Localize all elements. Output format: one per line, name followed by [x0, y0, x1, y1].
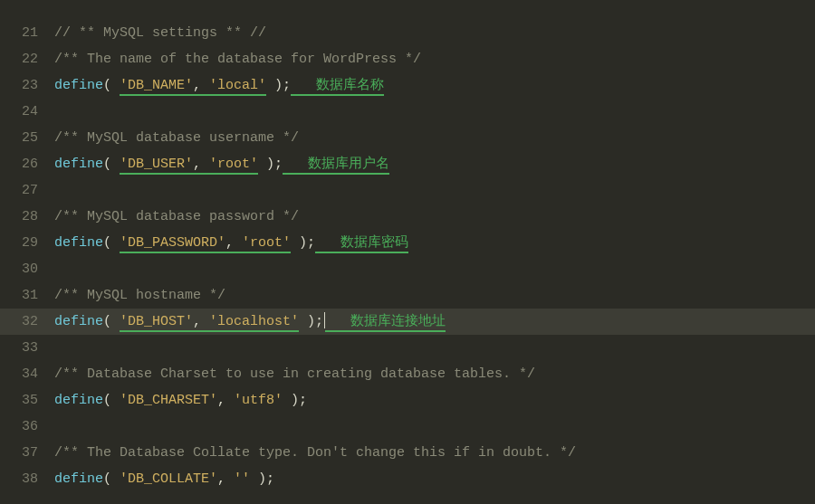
paren: ): [250, 471, 266, 487]
semicolon: ;: [274, 157, 283, 172]
paren: ): [299, 314, 315, 329]
db-host-value: 'localhost': [209, 314, 299, 329]
code-line: 26 define( 'DB_USER', 'root' );数据库用户名: [0, 151, 815, 177]
line-number: 32: [0, 314, 54, 329]
comment: // ** MySQL settings ** //: [54, 25, 266, 41]
code-editor[interactable]: 21 // ** MySQL settings ** // 22 /** The…: [0, 0, 815, 492]
line-number: 31: [0, 288, 54, 303]
annotation-db-host: 数据库连接地址: [325, 312, 446, 332]
paren: ): [291, 235, 307, 251]
db-user-key: 'DB_USER': [120, 157, 193, 172]
comma: ,: [193, 157, 209, 172]
code-line: 33: [0, 335, 815, 361]
db-collate-value: '': [234, 471, 250, 487]
db-host-key: 'DB_HOST': [120, 314, 193, 329]
line-number: 33: [0, 340, 54, 356]
line-number: 26: [0, 157, 54, 172]
annotation-db-name: 数据库名称: [291, 76, 384, 96]
line-number: 23: [0, 78, 54, 93]
code-line: 37 /** The Database Collate type. Don't …: [0, 440, 815, 466]
line-number: 29: [0, 235, 54, 251]
define-func: define: [54, 235, 103, 251]
paren: (: [103, 78, 120, 93]
semicolon: ;: [283, 78, 291, 93]
paren: (: [103, 471, 120, 487]
define-func: define: [54, 471, 103, 487]
comma: ,: [193, 314, 209, 329]
db-charset-value: 'utf8': [234, 393, 283, 408]
paren: ): [258, 157, 274, 172]
db-collate-key: 'DB_COLLATE': [120, 471, 217, 487]
comment: /** MySQL database username */: [54, 130, 299, 146]
code-line: 25 /** MySQL database username */: [0, 125, 815, 151]
line-number: 35: [0, 393, 54, 408]
line-number: 27: [0, 183, 54, 198]
code-line: 29 define( 'DB_PASSWORD', 'root' );数据库密码: [0, 230, 815, 256]
code-line: 27: [0, 177, 815, 204]
annotation-db-user: 数据库用户名: [283, 155, 389, 175]
code-line: 35 define( 'DB_CHARSET', 'utf8' );: [0, 387, 815, 414]
db-password-key: 'DB_PASSWORD': [120, 235, 225, 251]
db-charset-key: 'DB_CHARSET': [120, 393, 217, 408]
paren: (: [103, 393, 120, 408]
line-number: 25: [0, 130, 54, 146]
line-number: 24: [0, 104, 54, 119]
comma: ,: [217, 471, 234, 487]
semicolon: ;: [315, 314, 323, 329]
code-line-active: 32 define( 'DB_HOST', 'localhost' );数据库连…: [0, 309, 815, 335]
paren: (: [103, 314, 120, 329]
code-line: 30: [0, 256, 815, 282]
comma: ,: [217, 393, 234, 408]
line-number: 30: [0, 262, 54, 277]
semicolon: ;: [266, 471, 274, 487]
comma: ,: [193, 78, 209, 93]
line-number: 37: [0, 445, 54, 461]
db-user-value: 'root': [209, 157, 258, 172]
semicolon: ;: [307, 235, 315, 251]
comment: /** MySQL hostname */: [54, 288, 225, 303]
code-line: 23 define( 'DB_NAME', 'local' );数据库名称: [0, 72, 815, 99]
comment: /** MySQL database password */: [54, 209, 299, 224]
code-line: 36: [0, 414, 815, 440]
define-func: define: [54, 393, 103, 408]
define-func: define: [54, 314, 103, 329]
line-number: 28: [0, 209, 54, 224]
comma: ,: [225, 235, 242, 251]
line-number: 22: [0, 52, 54, 67]
code-line: 34 /** Database Charset to use in creati…: [0, 361, 815, 387]
line-number: 21: [0, 25, 54, 41]
code-line: 28 /** MySQL database password */: [0, 204, 815, 230]
comment: /** The Database Collate type. Don't cha…: [54, 445, 576, 461]
code-line: 21 // ** MySQL settings ** //: [0, 20, 815, 46]
code-line: 38 define( 'DB_COLLATE', '' );: [0, 466, 815, 492]
code-line: 31 /** MySQL hostname */: [0, 282, 815, 309]
paren: ): [283, 393, 299, 408]
line-number: 36: [0, 419, 54, 434]
semicolon: ;: [299, 393, 307, 408]
paren: ): [266, 78, 283, 93]
db-name-value: 'local': [209, 78, 266, 93]
code-line: 22 /** The name of the database for Word…: [0, 46, 815, 72]
define-func: define: [54, 78, 103, 93]
paren: (: [103, 157, 120, 172]
line-number: 34: [0, 366, 54, 382]
code-line: 24: [0, 99, 815, 125]
annotation-db-password: 数据库密码: [315, 233, 408, 253]
db-password-value: 'root': [242, 235, 291, 251]
comment: /** The name of the database for WordPre…: [54, 52, 421, 67]
comment: /** Database Charset to use in creating …: [54, 366, 535, 382]
line-number: 38: [0, 471, 54, 487]
paren: (: [103, 235, 120, 251]
db-name-key: 'DB_NAME': [120, 78, 193, 93]
define-func: define: [54, 157, 103, 172]
